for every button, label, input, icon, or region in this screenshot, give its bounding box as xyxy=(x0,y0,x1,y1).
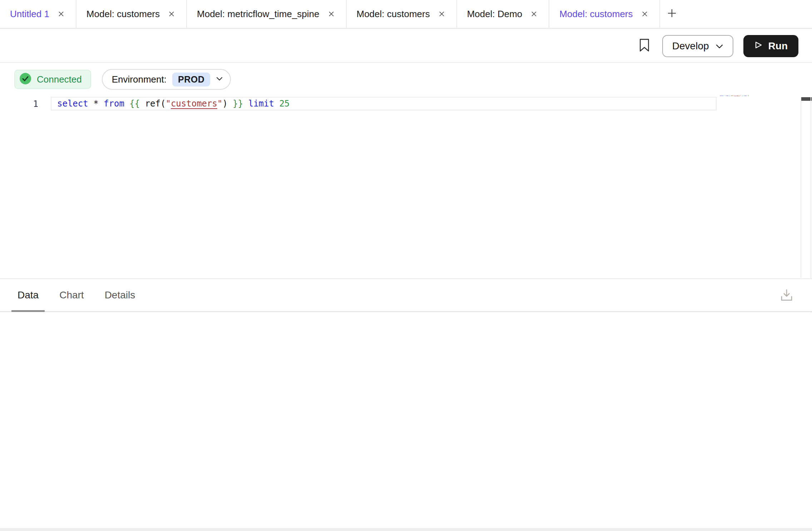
tab-model-customers-3[interactable]: Model: customers xyxy=(549,0,660,28)
run-button[interactable]: Run xyxy=(743,35,798,57)
code-line[interactable]: select * from {{ ref("customers") }} lim… xyxy=(57,98,289,110)
new-tab-button[interactable] xyxy=(660,0,684,28)
active-tab-underline xyxy=(11,310,45,312)
plus-icon xyxy=(667,8,677,20)
play-icon xyxy=(754,40,763,52)
tab-label: Details xyxy=(105,289,135,301)
connected-status-badge: Connected xyxy=(14,70,91,89)
environment-selector[interactable]: Environment: PROD xyxy=(102,69,231,90)
editor-toolbar: Develop Run xyxy=(0,30,812,63)
connected-label: Connected xyxy=(37,74,82,85)
chevron-down-icon xyxy=(216,76,223,83)
environment-value-chip: PROD xyxy=(172,73,210,86)
tab-model-demo[interactable]: Model: Demo xyxy=(457,0,550,28)
line-number: 1 xyxy=(0,98,38,110)
editor-scrollbar-track xyxy=(801,97,801,278)
tab-details[interactable]: Details xyxy=(99,279,142,311)
bookmark-icon xyxy=(639,39,650,54)
tab-label: Data xyxy=(18,289,39,301)
check-circle-icon xyxy=(19,72,32,86)
download-results-button[interactable] xyxy=(779,288,794,304)
connection-status-row: Connected Environment: PROD xyxy=(14,69,231,90)
editor-tab-bar: Untitled 1 Model: customers Model: metri… xyxy=(0,0,812,29)
results-panel: i Input query to run against your wareho… xyxy=(0,313,812,528)
editor-minimap: select * from {{ ref("customers") }} lim… xyxy=(720,95,752,96)
download-icon xyxy=(779,287,794,304)
develop-dropdown-button[interactable]: Develop xyxy=(662,35,733,57)
results-panel-tabs: Data Chart Details xyxy=(0,278,812,312)
tab-model-customers-1[interactable]: Model: customers xyxy=(76,0,187,28)
bookmark-button[interactable] xyxy=(637,37,652,55)
tab-label: Chart xyxy=(59,289,84,301)
sql-editor[interactable]: 1 select * from {{ ref("customers") }} l… xyxy=(0,90,812,278)
tab-label: Model: customers xyxy=(357,9,430,20)
develop-label: Develop xyxy=(672,40,709,52)
ide-window: Untitled 1 Model: customers Model: metri… xyxy=(0,0,812,531)
tab-label: Model: metricflow_time_spine xyxy=(197,9,319,20)
tab-label: Model: customers xyxy=(86,9,160,20)
tab-label: Untitled 1 xyxy=(10,9,49,20)
close-icon[interactable] xyxy=(56,9,66,19)
tab-untitled-1[interactable]: Untitled 1 xyxy=(0,0,76,28)
close-icon[interactable] xyxy=(327,9,336,19)
tab-chart[interactable]: Chart xyxy=(53,279,90,311)
tab-label: Model: Demo xyxy=(467,9,523,20)
environment-label: Environment: xyxy=(112,74,167,85)
tab-model-metricflow-time-spine[interactable]: Model: metricflow_time_spine xyxy=(187,0,346,28)
close-icon[interactable] xyxy=(437,9,446,19)
tab-data[interactable]: Data xyxy=(11,279,45,311)
tab-label: Model: customers xyxy=(559,9,633,20)
close-icon[interactable] xyxy=(640,9,649,19)
bottom-edge-strip xyxy=(0,528,812,531)
close-icon[interactable] xyxy=(167,9,176,19)
tab-model-customers-2[interactable]: Model: customers xyxy=(347,0,457,28)
chevron-down-icon xyxy=(716,40,723,52)
run-label: Run xyxy=(768,40,788,52)
close-icon[interactable] xyxy=(529,9,539,19)
